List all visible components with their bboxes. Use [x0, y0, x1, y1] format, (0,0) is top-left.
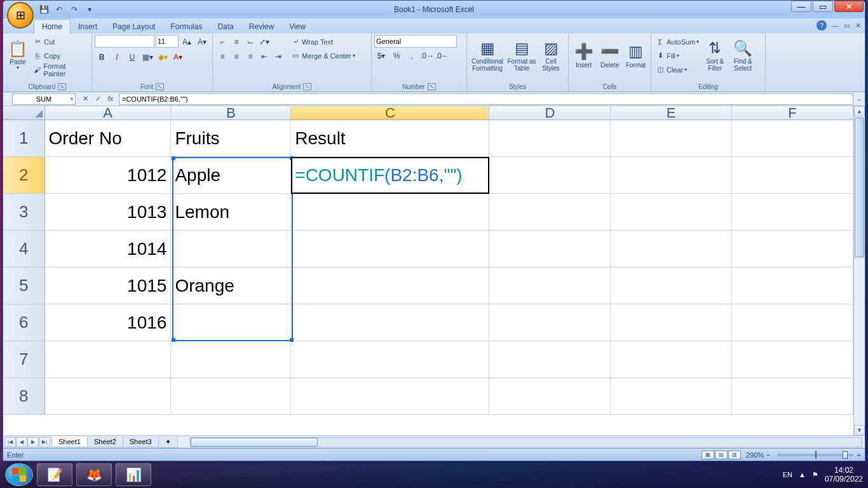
cell-a7[interactable] — [45, 341, 172, 378]
cell-c7[interactable] — [291, 341, 489, 378]
cell-a4[interactable]: 1014 — [45, 231, 172, 268]
help-icon[interactable]: ? — [817, 20, 827, 30]
sheet-last-icon[interactable]: ▶| — [39, 437, 50, 447]
cell-f2[interactable] — [732, 157, 853, 194]
tab-review[interactable]: Review — [241, 20, 281, 34]
find-select-button[interactable]: 🔍Find & Select — [729, 35, 756, 77]
merge-center-button[interactable]: ▭Merge & Center▾ — [289, 49, 356, 62]
horizontal-scrollbar[interactable] — [190, 437, 862, 447]
tray-language[interactable]: EN — [783, 471, 792, 478]
clear-button[interactable]: ◫Clear▾ — [654, 63, 700, 76]
cell-f1[interactable] — [732, 120, 853, 157]
normal-view-icon[interactable]: ▦ — [702, 451, 714, 459]
copy-button[interactable]: ⎘Copy — [31, 49, 89, 62]
align-bottom-button[interactable]: ⌙ — [243, 35, 257, 49]
new-sheet-tab[interactable]: ✦ — [158, 437, 178, 448]
cell-d4[interactable] — [489, 231, 611, 268]
underline-button[interactable]: U — [125, 50, 139, 64]
cell-d6[interactable] — [489, 304, 611, 341]
minimize-button[interactable]: — — [791, 1, 811, 12]
vscroll-thumb[interactable] — [855, 118, 864, 257]
decrease-decimal-button[interactable]: .0← — [435, 49, 449, 63]
close-button[interactable]: ✕ — [834, 1, 864, 12]
col-header-b[interactable]: B — [171, 106, 291, 119]
currency-button[interactable]: $▾ — [374, 49, 388, 63]
enter-formula-icon[interactable]: ✓ — [92, 95, 104, 103]
cell-b5[interactable]: Orange — [171, 268, 291, 304]
zoom-level[interactable]: 290% — [746, 451, 764, 459]
align-middle-button[interactable]: ≡ — [229, 35, 243, 49]
row-header-6[interactable]: 6 — [3, 304, 45, 341]
cut-button[interactable]: ✂Cut — [31, 35, 89, 48]
cell-b4[interactable] — [171, 231, 291, 268]
ribbon-close-icon[interactable]: ✕ — [855, 22, 861, 30]
zoom-in-icon[interactable]: + — [857, 451, 861, 459]
scroll-up-icon[interactable]: ▲ — [854, 106, 865, 116]
insert-cells-button[interactable]: ➕Insert — [571, 35, 596, 77]
cell-d2[interactable] — [489, 157, 611, 194]
decrease-indent-button[interactable]: ⇤ — [257, 50, 271, 64]
cell-a8[interactable] — [45, 378, 172, 415]
cell-e1[interactable] — [611, 120, 732, 157]
tab-formulas[interactable]: Formulas — [163, 20, 210, 34]
taskbar-word[interactable]: 📝 — [37, 463, 72, 486]
col-header-d[interactable]: D — [489, 106, 611, 119]
cell-e7[interactable] — [611, 341, 732, 378]
wrap-text-button[interactable]: ⤶Wrap Text — [289, 35, 356, 48]
fill-button[interactable]: ⬇Fill▾ — [654, 49, 700, 62]
maximize-button[interactable]: ▭ — [813, 1, 833, 12]
font-dialog-icon[interactable]: ⤡ — [156, 83, 164, 90]
cell-a1[interactable]: Order No — [45, 120, 172, 157]
increase-decimal-button[interactable]: .0→ — [420, 49, 434, 63]
cell-e3[interactable] — [611, 194, 732, 231]
cell-f4[interactable] — [732, 231, 853, 268]
sheet-next-icon[interactable]: ▶ — [27, 437, 39, 447]
autosum-button[interactable]: ΣAutoSum▾ — [654, 35, 700, 48]
col-header-e[interactable]: E — [611, 106, 732, 119]
row-header-3[interactable]: 3 — [3, 194, 45, 231]
font-color-button[interactable]: A▾ — [171, 50, 185, 64]
cancel-formula-icon[interactable]: ✕ — [79, 95, 91, 103]
cell-e4[interactable] — [611, 231, 732, 268]
sheet-first-icon[interactable]: |◀ — [4, 437, 16, 447]
increase-indent-button[interactable]: ⇥ — [271, 50, 285, 64]
font-size-combo[interactable]: 11 — [156, 35, 179, 48]
office-button[interactable]: ⊞ — [7, 2, 34, 29]
zoom-out-icon[interactable]: − — [766, 451, 770, 459]
italic-button[interactable]: I — [110, 50, 124, 64]
cell-b7[interactable] — [171, 341, 291, 378]
cell-d3[interactable] — [489, 194, 611, 231]
qat-customize-icon[interactable]: ▾ — [83, 3, 96, 16]
row-header-1[interactable]: 1 — [3, 120, 45, 157]
align-right-button[interactable]: ≡ — [243, 50, 257, 64]
cell-f5[interactable] — [732, 268, 853, 304]
taskbar-excel[interactable]: 📊 — [116, 463, 151, 486]
cell-c6[interactable] — [291, 304, 489, 341]
cell-b3[interactable]: Lemon — [171, 194, 291, 231]
cell-f8[interactable] — [732, 378, 853, 415]
cell-a3[interactable]: 1013 — [45, 194, 172, 231]
tray-flag-icon[interactable]: ⚑ — [812, 471, 818, 479]
align-center-button[interactable]: ≡ — [229, 50, 243, 64]
qat-save-icon[interactable]: 💾 — [37, 3, 50, 16]
sort-filter-button[interactable]: ⇅Sort & Filter — [702, 35, 728, 77]
cell-c8[interactable] — [291, 378, 489, 415]
row-header-8[interactable]: 8 — [3, 378, 45, 415]
scroll-down-icon[interactable]: ▼ — [854, 425, 865, 435]
cell-e5[interactable] — [611, 268, 732, 304]
bold-button[interactable]: B — [95, 50, 109, 64]
cell-styles-button[interactable]: ▨Cell Styles — [538, 35, 564, 77]
vertical-scrollbar[interactable]: ▲ ▼ — [853, 106, 865, 435]
row-header-2[interactable]: 2 — [3, 157, 45, 194]
page-layout-view-icon[interactable]: ▤ — [715, 451, 728, 459]
format-cells-button[interactable]: ▥Format — [623, 35, 648, 77]
fill-color-button[interactable]: ◆▾ — [156, 50, 170, 64]
cell-f6[interactable] — [732, 304, 853, 341]
hscroll-thumb[interactable] — [191, 438, 318, 447]
cell-a2[interactable]: 1012 — [45, 157, 172, 194]
cell-c4[interactable] — [291, 231, 489, 268]
comma-button[interactable]: , — [405, 49, 419, 63]
font-family-combo[interactable] — [95, 35, 154, 48]
shrink-font-button[interactable]: A▾ — [195, 35, 209, 49]
cell-c3[interactable] — [291, 194, 489, 231]
